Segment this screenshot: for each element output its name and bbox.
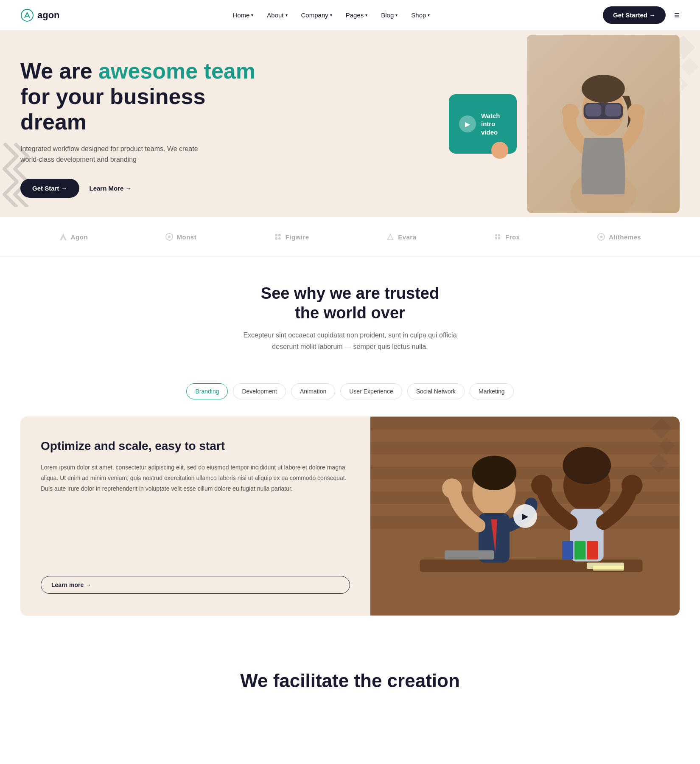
tab-animation[interactable]: Animation — [291, 383, 335, 399]
svg-rect-28 — [370, 442, 680, 454]
svg-point-35 — [472, 455, 516, 490]
logo[interactable]: agon — [20, 8, 60, 22]
svg-rect-47 — [593, 565, 624, 570]
trusted-section: See why we are trustedthe world over Exc… — [0, 257, 700, 383]
bottom-title: We facilitate the creation — [20, 670, 680, 691]
hero-get-start-button[interactable]: Get Start → — [20, 179, 79, 198]
svg-point-10 — [582, 75, 625, 103]
feature-learn-more-button[interactable]: Learn more → — [41, 576, 350, 594]
svg-point-0 — [21, 9, 33, 21]
svg-point-36 — [442, 478, 462, 498]
svg-rect-24 — [658, 437, 675, 454]
brand-agon: Agon — [59, 233, 88, 241]
hero-actions: Get Start → Learn More → — [20, 179, 258, 198]
svg-point-12 — [627, 104, 644, 121]
tab-branding[interactable]: Branding — [186, 383, 228, 399]
hero-title: We are awesome team for your business dr… — [20, 59, 258, 135]
feature-deco — [637, 416, 680, 486]
bottom-section: We facilitate the creation — [0, 643, 700, 705]
svg-rect-15 — [275, 234, 277, 236]
svg-point-14 — [168, 236, 171, 238]
play-icon[interactable]: ▶ — [459, 115, 476, 132]
hamburger-icon[interactable]: ≡ — [674, 10, 680, 21]
feature-image: ▶ — [370, 416, 680, 616]
logo-icon — [20, 8, 34, 22]
feature-play-button[interactable]: ▶ — [513, 504, 537, 528]
nav-links: Home▾ About▾ Company▾ Pages▾ Blog▾ Shop▾ — [232, 11, 430, 19]
tab-marketing[interactable]: Marketing — [470, 383, 513, 399]
svg-point-11 — [562, 104, 579, 121]
tab-development[interactable]: Development — [233, 383, 286, 399]
svg-rect-27 — [370, 417, 680, 430]
brand-frox: Frox — [493, 233, 520, 241]
nav-company[interactable]: Company▾ — [301, 11, 332, 19]
svg-rect-8 — [585, 104, 602, 117]
brand-figwire: Figwire — [274, 233, 309, 241]
svg-point-18 — [278, 237, 281, 240]
feature-title: Optimize and scale, easy to start — [41, 438, 350, 454]
feature-card: Optimize and scale, easy to start Lorem … — [20, 416, 680, 616]
trusted-subtitle: Excepteur sint occaecat cupidatat non pr… — [240, 329, 460, 352]
logo-text: agon — [37, 10, 60, 21]
feature-text: Lorem ipsum dolor sit amet, consectetur … — [41, 462, 350, 494]
svg-rect-43 — [574, 541, 585, 559]
video-circle-deco — [491, 142, 508, 159]
hero-subtitle: Integrated workflow designed for product… — [20, 143, 199, 165]
hero-learn-more-link[interactable]: Learn More → — [90, 185, 132, 192]
tab-social-network[interactable]: Social Network — [407, 383, 465, 399]
brand-evara: Evara — [386, 233, 416, 241]
brand-alithemes: Alithemes — [597, 233, 641, 241]
svg-rect-23 — [651, 418, 672, 438]
nav-shop[interactable]: Shop▾ — [411, 11, 430, 19]
svg-rect-17 — [275, 237, 277, 240]
svg-rect-25 — [649, 454, 668, 473]
hero-content: We are awesome team for your business dr… — [20, 59, 258, 198]
feature-content: Optimize and scale, easy to start Lorem … — [20, 416, 370, 616]
feature-section: Optimize and scale, easy to start Lorem … — [0, 416, 700, 643]
trusted-title: See why we are trustedthe world over — [20, 284, 680, 323]
get-started-button[interactable]: Get Started → — [603, 6, 666, 24]
video-card[interactable]: ▶ Watch intro video — [449, 94, 517, 154]
svg-rect-2 — [680, 58, 698, 76]
svg-rect-44 — [587, 541, 598, 559]
hero-visual: ▶ Watch intro video — [449, 31, 680, 217]
svg-rect-16 — [278, 234, 281, 236]
category-tabs: Branding Development Animation User Expe… — [0, 383, 700, 399]
svg-rect-45 — [445, 550, 494, 559]
tab-user-experience[interactable]: User Experience — [340, 383, 402, 399]
svg-point-40 — [531, 475, 552, 496]
hero-image — [527, 35, 680, 213]
nav-about[interactable]: About▾ — [267, 11, 287, 19]
hero-section: We are awesome team for your business dr… — [0, 31, 700, 217]
navbar: agon Home▾ About▾ Company▾ Pages▾ Blog▾ … — [0, 0, 700, 31]
brand-monst: Monst — [165, 233, 197, 241]
nav-pages[interactable]: Pages▾ — [346, 11, 368, 19]
video-label: Watch intro video — [481, 112, 507, 137]
svg-rect-9 — [605, 104, 621, 117]
nav-home[interactable]: Home▾ — [232, 11, 253, 19]
svg-point-39 — [563, 447, 611, 484]
nav-blog[interactable]: Blog▾ — [381, 11, 398, 19]
brands-section: Agon Monst Figwire Evara Frox Alithemes — [0, 217, 700, 257]
svg-rect-42 — [562, 541, 573, 559]
